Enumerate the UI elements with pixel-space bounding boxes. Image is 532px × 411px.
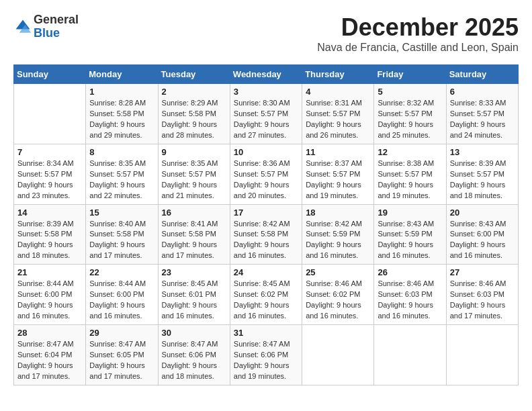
day-cell: [374, 325, 446, 385]
day-number: 2: [162, 87, 226, 97]
day-info: Sunrise: 8:44 AMSunset: 6:00 PMDaylight:…: [89, 279, 154, 322]
day-cell: 12Sunrise: 8:38 AMSunset: 5:57 PMDayligh…: [374, 144, 446, 204]
calendar-header-row: SundayMondayTuesdayWednesdayThursdayFrid…: [14, 65, 519, 84]
day-info: Sunrise: 8:44 AMSunset: 6:00 PMDaylight:…: [17, 279, 82, 322]
day-info: Sunrise: 8:47 AMSunset: 6:05 PMDaylight:…: [89, 339, 154, 382]
day-cell: 23Sunrise: 8:45 AMSunset: 6:01 PMDayligh…: [158, 265, 230, 325]
day-number: 15: [89, 208, 154, 218]
header-sunday: Sunday: [14, 65, 86, 84]
day-number: 29: [89, 328, 154, 338]
day-info: Sunrise: 8:35 AMSunset: 5:57 PMDaylight:…: [89, 158, 154, 201]
header-tuesday: Tuesday: [158, 65, 230, 84]
day-number: 26: [378, 267, 442, 277]
day-cell: 28Sunrise: 8:47 AMSunset: 6:04 PMDayligh…: [14, 325, 86, 385]
day-number: 17: [234, 208, 298, 218]
day-cell: 17Sunrise: 8:42 AMSunset: 5:58 PMDayligh…: [230, 204, 302, 265]
day-number: 28: [17, 328, 82, 338]
day-cell: 2Sunrise: 8:29 AMSunset: 5:58 PMDaylight…: [158, 84, 230, 144]
day-number: 19: [378, 208, 442, 218]
day-cell: 15Sunrise: 8:40 AMSunset: 5:58 PMDayligh…: [86, 204, 158, 265]
logo-blue-text: Blue: [34, 26, 60, 40]
day-info: Sunrise: 8:30 AMSunset: 5:57 PMDaylight:…: [234, 98, 298, 141]
day-number: 5: [378, 87, 442, 97]
day-number: 20: [450, 208, 515, 218]
day-cell: 21Sunrise: 8:44 AMSunset: 6:00 PMDayligh…: [14, 265, 86, 325]
day-number: 14: [17, 208, 82, 218]
day-info: Sunrise: 8:39 AMSunset: 5:58 PMDaylight:…: [17, 219, 82, 262]
day-cell: 29Sunrise: 8:47 AMSunset: 6:05 PMDayligh…: [86, 325, 158, 385]
day-number: 22: [89, 267, 154, 277]
day-info: Sunrise: 8:31 AMSunset: 5:57 PMDaylight:…: [306, 98, 370, 141]
day-info: Sunrise: 8:34 AMSunset: 5:57 PMDaylight:…: [17, 158, 82, 201]
day-number: 27: [450, 267, 515, 277]
day-cell: 14Sunrise: 8:39 AMSunset: 5:58 PMDayligh…: [14, 204, 86, 265]
day-cell: [446, 325, 518, 385]
header-saturday: Saturday: [446, 65, 518, 84]
logo-icon: [13, 17, 32, 36]
day-cell: 7Sunrise: 8:34 AMSunset: 5:57 PMDaylight…: [14, 144, 86, 204]
day-number: 7: [17, 147, 82, 157]
header-monday: Monday: [86, 65, 158, 84]
day-number: 30: [162, 328, 226, 338]
day-cell: 31Sunrise: 8:47 AMSunset: 6:06 PMDayligh…: [230, 325, 302, 385]
day-number: 10: [234, 147, 298, 157]
day-cell: 18Sunrise: 8:42 AMSunset: 5:59 PMDayligh…: [302, 204, 374, 265]
day-info: Sunrise: 8:46 AMSunset: 6:02 PMDaylight:…: [306, 279, 370, 322]
day-info: Sunrise: 8:28 AMSunset: 5:58 PMDaylight:…: [89, 98, 154, 141]
day-cell: 10Sunrise: 8:36 AMSunset: 5:57 PMDayligh…: [230, 144, 302, 204]
day-info: Sunrise: 8:36 AMSunset: 5:57 PMDaylight:…: [234, 158, 298, 201]
day-info: Sunrise: 8:32 AMSunset: 5:57 PMDaylight:…: [378, 98, 442, 141]
day-cell: [302, 325, 374, 385]
week-row-1: 1Sunrise: 8:28 AMSunset: 5:58 PMDaylight…: [14, 84, 519, 144]
day-number: 6: [450, 87, 515, 97]
day-cell: 5Sunrise: 8:32 AMSunset: 5:57 PMDaylight…: [374, 84, 446, 144]
day-info: Sunrise: 8:46 AMSunset: 6:03 PMDaylight:…: [450, 279, 515, 322]
day-info: Sunrise: 8:45 AMSunset: 6:02 PMDaylight:…: [234, 279, 298, 322]
day-info: Sunrise: 8:38 AMSunset: 5:57 PMDaylight:…: [378, 158, 442, 201]
day-cell: 19Sunrise: 8:43 AMSunset: 5:59 PMDayligh…: [374, 204, 446, 265]
day-number: 18: [306, 208, 370, 218]
week-row-3: 14Sunrise: 8:39 AMSunset: 5:58 PMDayligh…: [14, 204, 519, 265]
day-cell: 26Sunrise: 8:46 AMSunset: 6:03 PMDayligh…: [374, 265, 446, 325]
week-row-5: 28Sunrise: 8:47 AMSunset: 6:04 PMDayligh…: [14, 325, 519, 385]
day-info: Sunrise: 8:37 AMSunset: 5:57 PMDaylight:…: [306, 158, 370, 201]
page-header: General Blue December 2025 Nava de Franc…: [13, 13, 519, 60]
day-cell: 22Sunrise: 8:44 AMSunset: 6:00 PMDayligh…: [86, 265, 158, 325]
day-cell: 25Sunrise: 8:46 AMSunset: 6:02 PMDayligh…: [302, 265, 374, 325]
day-number: 21: [17, 267, 82, 277]
day-number: 11: [306, 147, 370, 157]
logo: General Blue: [13, 13, 79, 40]
calendar-title: December 2025: [317, 13, 519, 42]
day-info: Sunrise: 8:46 AMSunset: 6:03 PMDaylight:…: [378, 279, 442, 322]
day-cell: 16Sunrise: 8:41 AMSunset: 5:58 PMDayligh…: [158, 204, 230, 265]
calendar-subtitle: Nava de Francia, Castille and Leon, Spai…: [317, 42, 519, 54]
day-info: Sunrise: 8:42 AMSunset: 5:59 PMDaylight:…: [306, 219, 370, 262]
day-info: Sunrise: 8:47 AMSunset: 6:06 PMDaylight:…: [234, 339, 298, 382]
day-number: 31: [234, 328, 298, 338]
day-cell: 9Sunrise: 8:35 AMSunset: 5:57 PMDaylight…: [158, 144, 230, 204]
day-number: 3: [234, 87, 298, 97]
day-info: Sunrise: 8:47 AMSunset: 6:04 PMDaylight:…: [17, 339, 82, 382]
day-info: Sunrise: 8:43 AMSunset: 5:59 PMDaylight:…: [378, 219, 442, 262]
day-cell: 20Sunrise: 8:43 AMSunset: 6:00 PMDayligh…: [446, 204, 518, 265]
day-info: Sunrise: 8:47 AMSunset: 6:06 PMDaylight:…: [162, 339, 226, 382]
day-number: 1: [89, 87, 154, 97]
day-number: 4: [306, 87, 370, 97]
day-number: 13: [450, 147, 515, 157]
calendar-table: SundayMondayTuesdayWednesdayThursdayFrid…: [13, 64, 519, 385]
day-number: 8: [89, 147, 154, 157]
week-row-2: 7Sunrise: 8:34 AMSunset: 5:57 PMDaylight…: [14, 144, 519, 204]
day-cell: 4Sunrise: 8:31 AMSunset: 5:57 PMDaylight…: [302, 84, 374, 144]
day-info: Sunrise: 8:33 AMSunset: 5:57 PMDaylight:…: [450, 98, 515, 141]
day-number: 9: [162, 147, 226, 157]
day-cell: 8Sunrise: 8:35 AMSunset: 5:57 PMDaylight…: [86, 144, 158, 204]
day-cell: 24Sunrise: 8:45 AMSunset: 6:02 PMDayligh…: [230, 265, 302, 325]
header-wednesday: Wednesday: [230, 65, 302, 84]
day-number: 16: [162, 208, 226, 218]
day-info: Sunrise: 8:42 AMSunset: 5:58 PMDaylight:…: [234, 219, 298, 262]
day-info: Sunrise: 8:39 AMSunset: 5:57 PMDaylight:…: [450, 158, 515, 201]
day-cell: 11Sunrise: 8:37 AMSunset: 5:57 PMDayligh…: [302, 144, 374, 204]
day-number: 24: [234, 267, 298, 277]
day-cell: 1Sunrise: 8:28 AMSunset: 5:58 PMDaylight…: [86, 84, 158, 144]
day-cell: [14, 84, 86, 144]
